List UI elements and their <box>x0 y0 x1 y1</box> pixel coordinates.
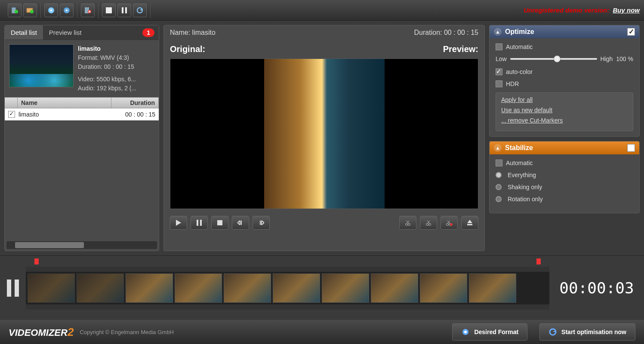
remove-cut-markers-link[interactable]: ... remove Cut-Markers <box>501 117 628 124</box>
video-name-label: Name: limasito <box>170 29 216 37</box>
cut-marker-start[interactable] <box>34 258 39 264</box>
timeline-frame[interactable] <box>420 273 467 303</box>
svg-rect-10 <box>106 7 112 13</box>
everything-label: Everything <box>508 172 536 178</box>
eject-button[interactable] <box>461 216 478 230</box>
autocolor-label: auto-color <box>506 68 533 75</box>
start-optimisation-button[interactable]: Start optimisation now <box>539 323 635 341</box>
footer: VIDEOMIZER2 Copyright © Engelmann Media … <box>0 320 644 344</box>
clip-thumbnail[interactable] <box>9 44 74 87</box>
svg-rect-18 <box>260 221 261 225</box>
timeline: 00:00:03 <box>0 255 644 320</box>
svg-point-19 <box>406 224 408 226</box>
disc-1-button[interactable] <box>44 3 58 17</box>
refresh-icon <box>548 328 557 336</box>
timecode-display: 00:00:03 <box>554 279 640 297</box>
col-duration-header[interactable]: Duration <box>111 98 159 108</box>
timeline-frame[interactable] <box>322 273 369 303</box>
clip-title: limasito <box>78 44 154 53</box>
chevron-up-icon: ▲ <box>494 28 502 36</box>
left-panel: Detail list Preview list 1 limasito Form… <box>4 25 159 251</box>
frame-back-button[interactable] <box>232 216 249 230</box>
desired-format-button[interactable]: Desired Format <box>452 323 527 341</box>
svg-point-3 <box>30 10 34 13</box>
svg-rect-17 <box>241 221 242 225</box>
svg-point-21 <box>426 224 428 226</box>
add-file-button[interactable] <box>8 3 22 17</box>
shaking-only-radio[interactable] <box>496 184 502 190</box>
play-button[interactable] <box>170 216 187 230</box>
apply-for-all-link[interactable]: Apply for all <box>501 96 628 103</box>
svg-rect-11 <box>122 7 123 13</box>
timeline-frame[interactable] <box>224 273 271 303</box>
svg-rect-26 <box>467 224 472 225</box>
timeline-frame[interactable] <box>28 273 75 303</box>
slider-high-label: High <box>601 55 613 62</box>
optimize-section-header[interactable]: ▲ Optimize <box>490 25 639 38</box>
tab-preview-list[interactable]: Preview list <box>43 25 88 40</box>
timeline-frame[interactable] <box>77 273 124 303</box>
remove-button[interactable] <box>81 3 95 17</box>
svg-rect-14 <box>197 220 198 226</box>
timeline-frame[interactable] <box>371 273 418 303</box>
automatic-label: Automatic <box>506 43 533 50</box>
gear-icon <box>461 328 470 336</box>
add-folder-button[interactable] <box>23 3 37 17</box>
timeline-frame[interactable] <box>273 273 320 303</box>
stabilize-title: Stabilize <box>505 144 533 152</box>
stabilize-automatic-checkbox[interactable] <box>496 160 502 166</box>
stop-button[interactable] <box>102 3 116 17</box>
timeline-pause-button[interactable] <box>4 277 22 299</box>
copyright-text: Copyright © Engelmann Media GmbH <box>80 329 173 335</box>
everything-radio[interactable] <box>496 172 502 178</box>
svg-point-25 <box>450 223 453 226</box>
original-label: Original: <box>170 44 205 54</box>
timeline-frame[interactable] <box>126 273 173 303</box>
video-preview-area[interactable] <box>170 58 478 209</box>
row-checkbox[interactable] <box>8 111 15 118</box>
cut-delete-button[interactable] <box>441 216 458 230</box>
svg-point-7 <box>66 9 68 11</box>
clip-format: Format: WMV (4:3) <box>78 53 154 62</box>
pause-button[interactable] <box>117 3 131 17</box>
pause-playback-button[interactable] <box>191 216 208 230</box>
automatic-checkbox[interactable] <box>496 43 502 50</box>
rotation-label: Rotation only <box>508 196 543 203</box>
buy-now-link[interactable]: Buy now <box>613 6 640 14</box>
timeline-frame[interactable] <box>469 273 516 303</box>
row-duration: 00 : 00 : 15 <box>108 111 155 118</box>
optimize-enable-checkbox[interactable] <box>627 28 635 36</box>
stabilize-enable-checkbox[interactable] <box>627 144 635 152</box>
col-name-header[interactable]: Name <box>18 98 111 108</box>
hdr-checkbox[interactable] <box>496 80 502 87</box>
frame-forward-button[interactable] <box>253 216 270 230</box>
refresh-button[interactable] <box>133 3 147 17</box>
stop-playback-button[interactable] <box>211 216 228 230</box>
cut-marker-end[interactable] <box>536 258 541 264</box>
stabilize-section-header[interactable]: ▲ Stabilize <box>490 141 639 154</box>
list-count-badge: 1 <box>142 28 154 37</box>
video-duration-label: Duration: 00 : 00 : 15 <box>414 29 478 37</box>
row-name: limasito <box>18 111 108 118</box>
autocolor-checkbox[interactable] <box>496 68 502 75</box>
top-toolbar: Unregistered demo version: Buy now <box>0 0 644 21</box>
svg-point-20 <box>408 224 410 226</box>
rotation-only-radio[interactable] <box>496 196 502 202</box>
clip-audio-info: Audio: 192 kbps, 2 (... <box>78 84 154 93</box>
optimize-slider[interactable] <box>510 58 597 60</box>
svg-rect-16 <box>217 220 222 225</box>
list-header: Name Duration <box>5 97 159 108</box>
demo-text: Unregistered demo version: <box>524 6 609 14</box>
filmstrip[interactable] <box>26 267 549 310</box>
tab-detail-list[interactable]: Detail list <box>5 25 43 40</box>
slider-low-label: Low <box>496 55 507 62</box>
disc-2-button[interactable] <box>60 3 74 17</box>
list-row[interactable]: limasito 00 : 00 : 15 <box>5 108 159 120</box>
slider-value: 100 % <box>616 55 633 62</box>
left-horizontal-scrollbar[interactable] <box>6 241 157 249</box>
svg-point-1 <box>15 10 18 13</box>
cut-start-button[interactable] <box>399 216 416 230</box>
timeline-frame[interactable] <box>175 273 222 303</box>
use-as-default-link[interactable]: Use as new default <box>501 107 628 114</box>
cut-end-button[interactable] <box>420 216 437 230</box>
